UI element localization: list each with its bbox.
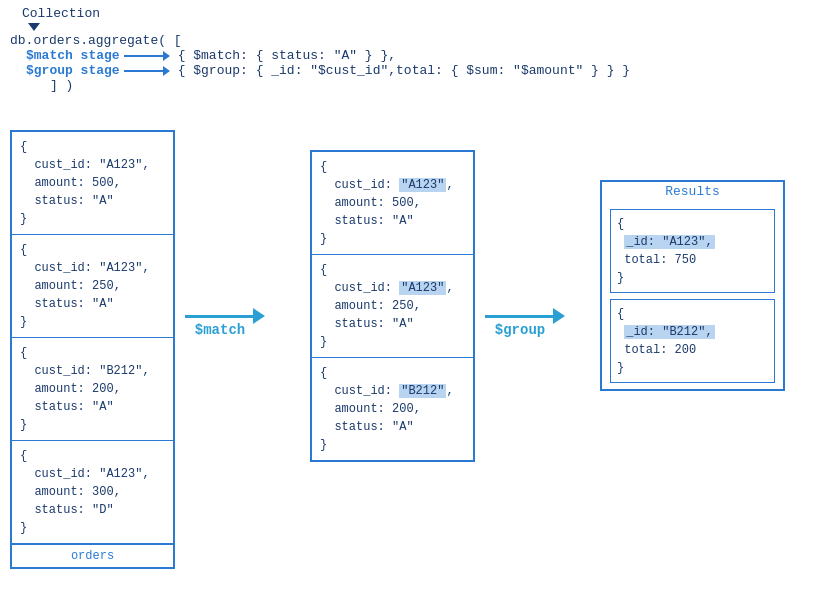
list-item: { cust_id: "A123", amount: 500, status: … [312,152,473,255]
match-stage-arrow [124,55,164,57]
group-arrow-line [485,315,555,318]
group-stage-code: { $group: { _id: "$cust_id",total: { $su… [178,63,630,78]
match-arrow-label: $match [195,322,245,338]
list-item: { _id: "A123", total: 750 } [610,209,775,293]
group-stage-arrow [124,70,164,72]
list-item: { _id: "B212", total: 200 } [610,299,775,383]
list-item: { cust_id: "A123", amount: 250, status: … [312,255,473,358]
collection-box-label: orders [12,544,173,567]
match-stage-line: $match stage { $match: { status: "A" } }… [26,48,810,63]
results-title: Results [602,182,783,203]
list-item: { cust_id: "A123", amount: 300, status: … [12,441,173,544]
group-stage-line: $group stage { $group: { _id: "$cust_id"… [26,63,810,78]
match-cust-id-2: "A123" [399,281,446,295]
diagram: { cust_id: "A123", amount: 500, status: … [0,120,820,580]
match-cust-id-1: "A123" [399,178,446,192]
closing-bracket: ] ) [50,78,810,93]
list-item: { cust_id: "A123", amount: 250, status: … [12,235,173,338]
status-val: "A" [92,194,114,208]
match-stage-label: $match stage [26,48,120,63]
group-arrow: $group [485,315,555,338]
result-id-2: _id: "B212", [624,325,714,339]
group-stage-label: $group stage [26,63,120,78]
match-arrow: $match [185,315,255,338]
list-item: { cust_id: "A123", amount: 500, status: … [12,132,173,235]
list-item: { cust_id: "B212", amount: 200, status: … [12,338,173,441]
amount-val: 500 [92,176,114,190]
match-result-box: { cust_id: "A123", amount: 500, status: … [310,150,475,462]
collection-line: Collection [10,6,810,21]
match-cust-id-3: "B212" [399,384,446,398]
results-box: Results { _id: "A123", total: 750 } { _i… [600,180,785,391]
cust-id-val: "A123" [99,158,142,172]
match-arrow-line [185,315,255,318]
result-id-1: _id: "A123", [624,235,714,249]
group-arrow-label: $group [495,322,545,338]
list-item: { cust_id: "B212", amount: 200, status: … [312,358,473,460]
collection-box: { cust_id: "A123", amount: 500, status: … [10,130,175,569]
aggregate-line1: db.orders.aggregate( [ [10,33,810,48]
collection-label: Collection [22,6,100,21]
header-section: Collection db.orders.aggregate( [ $match… [0,0,820,99]
collection-arrow-down [28,23,40,31]
match-stage-code: { $match: { status: "A" } }, [178,48,396,63]
